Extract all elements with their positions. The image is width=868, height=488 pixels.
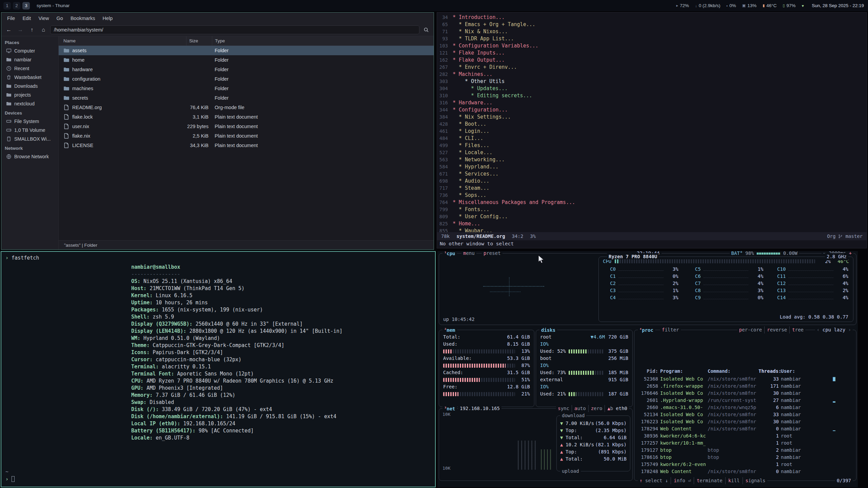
proc-option-button[interactable]: tree xyxy=(789,326,804,333)
buffer-name[interactable]: system/README.org xyxy=(456,233,505,239)
proc-option-button[interactable]: per-core xyxy=(739,326,762,333)
sidebar-section: Devices File System 1,0 TB Volume SM xyxy=(1,108,58,143)
sort-prev-icon[interactable]: ‹ xyxy=(817,327,823,332)
sidebar-item[interactable]: Recent xyxy=(1,64,58,73)
file-type: Folder xyxy=(212,86,434,91)
org-heading: * Nix & Nixos... xyxy=(453,28,508,35)
btop-menu-button[interactable]: menu xyxy=(461,251,476,257)
workspace-button[interactable]: 1 xyxy=(3,2,11,9)
bar-module[interactable]: ▯ 97% xyxy=(783,3,796,8)
git-branch[interactable]: master xyxy=(845,233,863,239)
net-option-button[interactable]: ▲b xyxy=(605,405,613,412)
info-value: en_GB.UTF-8 xyxy=(156,434,189,442)
cpu-panel-title[interactable]: ¹cpu xyxy=(442,251,457,257)
process-threads: 29 xyxy=(758,475,779,477)
proc-footer-hint[interactable]: terminate xyxy=(694,477,723,484)
home-button[interactable]: ⌂ xyxy=(39,25,48,34)
process-row[interactable]: 2658 .firefox-wrappe /nix/store/sm8fnrf3… xyxy=(634,347,856,354)
core-label: C1 xyxy=(604,273,616,280)
toolbar: ← → ↑ ⌂ /home/nambiar/system/ xyxy=(1,24,434,36)
menu-item[interactable]: Bookmarks xyxy=(67,16,99,21)
column-header-type[interactable]: Type xyxy=(212,36,434,45)
sidebar-item[interactable]: Wastebasket xyxy=(1,73,58,82)
proc-footer-hint[interactable]: signals xyxy=(743,477,766,484)
sidebar-item[interactable]: projects xyxy=(1,90,58,99)
menu-item[interactable]: Edit xyxy=(19,16,35,21)
search-button[interactable] xyxy=(421,25,431,34)
file-row[interactable]: user.nix 229 bytes Plain text document xyxy=(59,122,434,131)
bar-module[interactable]: ▮ 46°C xyxy=(763,3,776,8)
info-line: GPU: AMD Phoenix3 [Integrated] xyxy=(131,385,342,392)
workspace-button[interactable]: 2 xyxy=(13,2,20,9)
file-row[interactable]: LICENSE 34,3 KiB Plain text document xyxy=(59,141,434,150)
proc-footer-hint[interactable]: ↑ select ↓ xyxy=(639,477,668,484)
file-row[interactable]: configuration Folder xyxy=(59,74,434,84)
process-row[interactable]: 2660 .emacs-31.0.50- /nix/store/wnqz5pa8… xyxy=(634,369,856,376)
proc-footer-hint[interactable]: info ⏎ xyxy=(671,477,691,484)
file-row[interactable]: flake.nix 2,5 KiB Plain text document xyxy=(59,131,434,141)
battery-watts: 0.00W xyxy=(783,251,797,257)
shell-prompt[interactable]: › xyxy=(5,476,15,483)
org-heading-line: 162 * Flake Output... xyxy=(437,57,867,64)
sidebar-item[interactable]: Downloads xyxy=(1,82,58,90)
bar-module[interactable]: ▣ 13% xyxy=(742,3,756,8)
file-row[interactable]: secrets Folder xyxy=(59,93,434,103)
net-address: 192.168.10.165 xyxy=(458,405,501,412)
column-header-name[interactable]: Name xyxy=(59,38,186,43)
file-row[interactable]: flake.lock 3,1 KiB Plain text document xyxy=(59,112,434,122)
back-button[interactable]: ← xyxy=(4,25,14,34)
net-option-button[interactable]: zero xyxy=(588,405,603,412)
forward-button[interactable]: → xyxy=(16,25,25,34)
up-button[interactable]: ↑ xyxy=(27,25,37,34)
bar-module[interactable]: ♥ xyxy=(802,4,806,8)
process-count: 0/397 xyxy=(835,477,853,484)
file-row[interactable]: hardware Folder xyxy=(59,65,434,74)
proc-footer-hint[interactable]: kill xyxy=(725,477,740,484)
bar-module[interactable]: ▪ 0% xyxy=(726,3,736,8)
proc-option-button[interactable]: reverse xyxy=(764,326,787,333)
menu-item[interactable]: Go xyxy=(53,16,67,21)
process-row[interactable]: 52368 Isolated Web Co /nix/store/sm8fnrf… xyxy=(634,340,856,347)
line-number: 162 xyxy=(437,57,448,64)
emacs-buffer[interactable]: 34 * Introduction... 65 * Emacs + Org + … xyxy=(437,13,867,232)
path-bar[interactable]: /home/nambiar/system/ xyxy=(50,25,419,34)
file-row[interactable]: assets Folder xyxy=(59,46,434,55)
process-row[interactable]: 176646 Isolated Web Co /nix/store/sm8fnr… xyxy=(634,354,856,362)
net-option-button[interactable]: auto xyxy=(572,405,586,412)
proc-filter-button[interactable]: filter xyxy=(660,326,681,333)
file-row[interactable]: home Folder xyxy=(59,55,434,65)
net-stat-label: 7.00 KiB/s xyxy=(566,420,594,427)
menu-item[interactable]: File xyxy=(3,16,19,21)
sidebar-item[interactable]: Computer xyxy=(1,46,58,55)
process-threads: 30 xyxy=(758,390,779,397)
menu-item[interactable]: View xyxy=(35,16,53,21)
sidebar-item[interactable]: 1,0 TB Volume xyxy=(1,126,58,135)
file-row[interactable]: README.org 76,4 KiB Org-mode file xyxy=(59,103,434,112)
sort-next-icon[interactable]: › xyxy=(845,327,851,332)
increase-refresh[interactable]: + xyxy=(849,251,852,256)
net-option-button[interactable]: sync xyxy=(558,405,569,412)
btop-preset-button[interactable]: preset xyxy=(482,251,502,257)
sidebar-item[interactable]: SMALLBOX Wi... xyxy=(1,135,58,143)
bar-module[interactable]: ▸ 72% xyxy=(676,3,689,8)
process-command: /nix/store/sm8fnrf3wps4 xyxy=(708,411,756,418)
process-row[interactable]: 2601 .Hyprland-wrapp /run/current-system… xyxy=(634,362,856,369)
sidebar-item[interactable]: nextcloud xyxy=(1,99,58,108)
disk-name: external xyxy=(540,376,563,383)
net-stat-label: 10.2 KiB/s xyxy=(566,441,594,448)
major-mode[interactable]: Org xyxy=(827,233,835,239)
sidebar-item[interactable]: nambiar xyxy=(1,55,58,64)
sidebar-item[interactable]: Browse Network xyxy=(1,152,58,161)
sidebar-item[interactable]: File System xyxy=(1,117,58,126)
proc-sort-control[interactable]: ‹ cpu lazy › xyxy=(815,326,853,333)
bar-module[interactable]: ↓ 0 (2.9kb/s) xyxy=(695,3,720,8)
terminal-window[interactable]: › fastfetch xyxy=(1,251,436,487)
workspace-button[interactable]: 3 xyxy=(22,2,30,9)
mem-panel-title[interactable]: ²mem xyxy=(442,326,457,334)
file-row[interactable]: machines Folder xyxy=(59,84,434,93)
disks-panel-title[interactable]: disks xyxy=(539,326,557,334)
proc-panel-title[interactable]: ⁴proc xyxy=(638,326,655,334)
column-header-size[interactable]: Size xyxy=(186,36,212,45)
menu-item[interactable]: Help xyxy=(99,16,116,21)
btop-mem-panel: ²mem Total: 61.4 GiB Used: 8.15 GiB xyxy=(439,330,534,407)
